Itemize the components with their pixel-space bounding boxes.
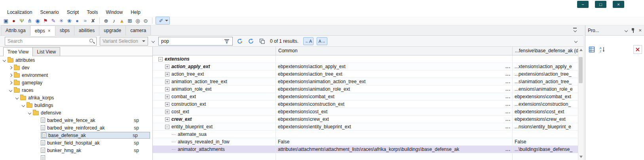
property-value-file[interactable]: ...ensions\animation_role_e — [513, 86, 578, 93]
expander-icon[interactable]: + — [165, 110, 169, 114]
tab-ebps[interactable]: ebps × — [30, 25, 55, 36]
globe-icon[interactable]: ◉ — [34, 17, 42, 24]
expander-icon[interactable]: + — [165, 87, 169, 91]
expander-icon[interactable]: + — [165, 95, 169, 99]
speaker-icon[interactable]: ♪ — [110, 17, 118, 24]
property-value-common[interactable]: ebpextensions\animation_role_ext... — [276, 86, 513, 93]
scrollbar-thumb[interactable] — [579, 57, 583, 83]
menu-item-localization[interactable]: Localization — [3, 9, 36, 16]
tree-item[interactable]: environment — [0, 71, 152, 79]
waves-icon[interactable]: ≈ — [81, 17, 89, 24]
tree-item[interactable]: defensive — [0, 109, 152, 116]
property-value-common[interactable]: ebpextensions\crew_ext... — [276, 116, 513, 123]
tree-item[interactable]: barbed_wire_reinforced_ak sp — [0, 124, 152, 131]
menu-item-help[interactable]: Help — [127, 9, 144, 16]
property-value-file[interactable]: False — [513, 138, 578, 145]
property-value-common[interactable]: attributes\attachments\attachment_lists\… — [276, 146, 513, 153]
grid-arrows-icon[interactable]: ⊞ — [126, 17, 134, 24]
active-tool-button[interactable]: ✐ — [156, 17, 170, 25]
overflow-chevron-icon[interactable] — [152, 39, 155, 42]
clock-icon[interactable]: ⊙ — [142, 17, 150, 24]
sync-all-icon[interactable] — [247, 37, 255, 45]
expander-icon[interactable]: − — [158, 57, 163, 61]
flag-icon[interactable]: ⚑ — [42, 17, 49, 24]
expander-icon[interactable]: + — [165, 80, 169, 84]
sync-selection-icon[interactable] — [236, 37, 244, 45]
ellipsis-button[interactable]: ... — [504, 79, 512, 84]
tree-item[interactable]: races — [0, 86, 152, 94]
property-value-file[interactable]: ...xtensions\action_apply_e — [513, 63, 578, 70]
paint-icon[interactable]: ● — [10, 17, 18, 24]
property-value-file[interactable] — [513, 131, 578, 138]
droplet-icon[interactable]: ● — [73, 17, 81, 24]
maximize-button[interactable]: □ — [595, 1, 606, 8]
rings-icon[interactable]: ◎ — [134, 17, 142, 24]
clear-red-x-button[interactable] — [633, 45, 642, 54]
close-icon[interactable]: × — [638, 27, 642, 33]
search-input[interactable] — [8, 38, 89, 44]
chevron-down-icon[interactable] — [22, 103, 25, 107]
expander-icon[interactable]: − — [165, 125, 169, 129]
ellipsis-button[interactable]: ... — [504, 71, 512, 77]
ellipsis-button[interactable]: ... — [504, 101, 512, 107]
scroll-down-icon[interactable] — [579, 156, 583, 158]
property-value-common[interactable] — [276, 55, 513, 63]
tab-camera[interactable]: camera — [125, 25, 151, 35]
pin-icon[interactable] — [631, 28, 635, 33]
tab-tree-view[interactable]: Tree View — [3, 47, 33, 56]
property-value-common[interactable] — [276, 131, 513, 138]
tree-item[interactable]: gameplay — [0, 79, 152, 86]
sort-alphabetical-icon[interactable]: AZ — [598, 45, 607, 54]
grid-row[interactable]: +cost_ext ebpextensions\cost_ext... ebpe… — [153, 108, 578, 116]
expander-icon[interactable]: + — [165, 65, 169, 69]
expander-icon[interactable]: + — [165, 117, 169, 122]
tree-item-selected[interactable]: base_defense_ak sp — [0, 131, 152, 139]
expander-icon[interactable]: + — [165, 102, 169, 107]
ellipsis-button[interactable]: ... — [504, 116, 512, 122]
grid-row[interactable]: −extensions — [153, 55, 578, 63]
expander-icon[interactable]: + — [165, 72, 169, 76]
property-value-common[interactable]: ebpextensions\action_apply_ext... — [276, 63, 513, 70]
menu-item-script[interactable]: Script — [63, 9, 83, 16]
tab-upgrade[interactable]: upgrade — [99, 25, 126, 35]
property-value-file[interactable]: ...s\animation_action_tree_ — [513, 78, 578, 85]
slingshot-icon[interactable]: Ψ — [18, 17, 26, 24]
property-value-common[interactable]: ebpextensions\combat_ext... — [276, 93, 513, 100]
property-value-common[interactable]: False — [276, 138, 513, 145]
grid-row[interactable]: +combat_ext ebpextensions\combat_ext... … — [153, 93, 578, 101]
tree-item[interactable]: buildings — [0, 101, 152, 109]
ellipsis-button[interactable]: ... — [504, 109, 512, 114]
layout-icon[interactable]: ▣ — [2, 17, 10, 24]
crosshair-icon[interactable]: ⊕ — [102, 17, 110, 24]
grid-row[interactable]: +animation_role_ext ebpextensions\animat… — [153, 86, 578, 93]
grid-row[interactable]: −entity_blueprint_ext ebpextensions\enti… — [153, 123, 578, 131]
tree-item[interactable] — [0, 154, 152, 160]
variant-selection-dropdown[interactable]: Variant Selection — [100, 37, 148, 46]
property-value-file[interactable]: ...nsions\entity_blueprint_e — [513, 123, 578, 130]
filter-funnel-icon[interactable] — [223, 37, 231, 45]
tree-item[interactable]: dev — [0, 64, 152, 71]
flower-icon[interactable]: ❀ — [65, 17, 73, 24]
tab-attrib-sga[interactable]: Attrib.sga — [1, 25, 30, 35]
property-value-common[interactable]: ebpextensions\action_tree_ext... — [276, 70, 513, 78]
tree-item[interactable]: bunker_hmg_ak sp — [0, 147, 152, 154]
chevron-down-icon[interactable] — [9, 88, 12, 91]
ellipsis-button[interactable]: ... — [504, 64, 512, 69]
property-value-common[interactable]: ebpextensions\animation_action_tree_ext.… — [276, 78, 513, 85]
menu-item-tools[interactable]: Tools — [83, 9, 102, 16]
grid-row[interactable]: +crew_ext ebpextensions\crew_ext... ebpe… — [153, 116, 578, 123]
filter-overflow-icon[interactable] — [574, 40, 578, 43]
property-value-file[interactable]: ...pextensions\action_tree_ — [513, 70, 578, 78]
tree-item[interactable]: attributes — [0, 56, 152, 64]
grid-row[interactable]: +construction_ext ebpextensions\construc… — [153, 101, 578, 108]
property-value-file[interactable]: ebpextensions\cost_ext — [513, 108, 578, 115]
chevron-down-icon[interactable] — [28, 111, 31, 114]
filter-input[interactable] — [161, 38, 223, 44]
edit-x-icon[interactable]: ✘ — [89, 17, 97, 24]
minimize-button[interactable]: − — [577, 1, 589, 8]
grid-row[interactable]: alternate_sua — [153, 131, 578, 138]
menu-item-scenario[interactable]: Scenario — [36, 9, 63, 16]
property-value-file[interactable] — [513, 55, 578, 63]
chevron-right-icon[interactable] — [9, 81, 12, 84]
ellipsis-button[interactable]: ... — [504, 124, 512, 130]
